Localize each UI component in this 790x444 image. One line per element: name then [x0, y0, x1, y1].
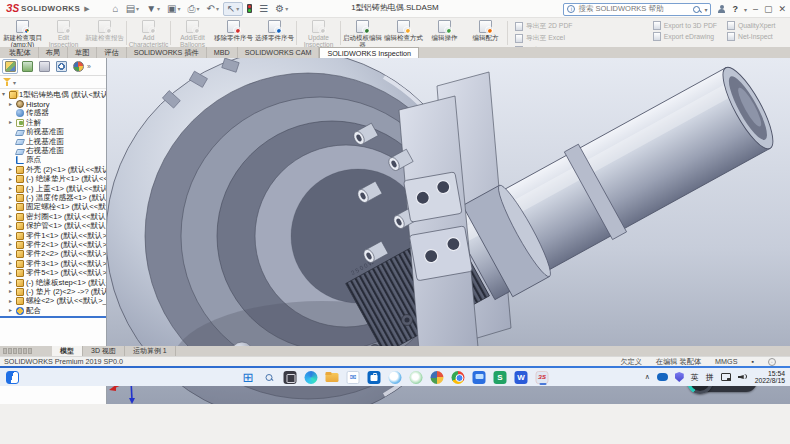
- ime-mode-indicator[interactable]: 拼: [706, 372, 714, 383]
- expand-caret-icon[interactable]: ▸: [9, 165, 16, 174]
- ribbon-button-template-editor[interactable]: 启动模板编辑器: [342, 19, 383, 47]
- expand-caret-icon[interactable]: ▾: [2, 90, 9, 99]
- expand-caret-icon[interactable]: ▸: [9, 175, 16, 184]
- search-caret-icon[interactable]: ▾: [704, 6, 707, 13]
- ribbon-tab-8[interactable]: SOLIDWORKS Inspection: [319, 47, 419, 58]
- solidworks-logo[interactable]: ЗS SOLIDWORKS ▶: [0, 0, 96, 17]
- expand-caret-icon[interactable]: ▸: [9, 118, 16, 127]
- app-circle-green-taskbar-icon[interactable]: [410, 371, 423, 384]
- tree-item[interactable]: ▸零件1<1> (默认<<默认>_显示状: [0, 231, 106, 240]
- ribbon-tab-3[interactable]: 草图: [68, 47, 97, 58]
- tree-filter[interactable]: ▾: [0, 76, 106, 89]
- ribbon-tab-5[interactable]: SOLIDWORKS 插件: [127, 47, 207, 58]
- file-explorer-taskbar-icon[interactable]: [326, 371, 339, 384]
- tray-overflow-chevron-icon[interactable]: ∧: [645, 373, 650, 381]
- tree-item[interactable]: ▸(-) 上盖<1> (默认<<默认>_显示状: [0, 184, 106, 193]
- search-icon[interactable]: [692, 5, 701, 14]
- select-button[interactable]: ↖▾: [223, 2, 243, 16]
- propertymanager-tab[interactable]: [19, 59, 35, 74]
- ribbon-button-edit-method[interactable]: 编辑检查方式: [383, 19, 424, 47]
- save-button[interactable]: ▣▾: [164, 2, 183, 16]
- search-taskbar-icon[interactable]: [263, 371, 276, 384]
- tree-item[interactable]: ▸注解: [0, 118, 106, 127]
- bottom-tab-2[interactable]: 3D 视图: [83, 346, 125, 356]
- tree-item[interactable]: ▸(-) 绝缘垫片<1> (默认<<默认>_显示: [0, 175, 106, 184]
- ribbon-button-edit-operation[interactable]: 编辑操作: [424, 19, 465, 47]
- app-s-green-taskbar-icon[interactable]: S: [494, 371, 507, 384]
- restore-button[interactable]: ▢: [764, 5, 773, 14]
- tree-item[interactable]: ▸(-) 垫片 (2)<2> ->? (默认<<默认: [0, 287, 106, 296]
- select-caret-icon[interactable]: ▾: [236, 4, 239, 14]
- ribbon-button-remove-balloon[interactable]: 移除零件序号: [213, 19, 254, 47]
- task-view-taskbar-icon[interactable]: [284, 371, 297, 384]
- tree-item[interactable]: ▸保护管<1> (默认<<默认>_显示状: [0, 221, 106, 230]
- tree-item[interactable]: 原点: [0, 156, 106, 165]
- ime-language-indicator[interactable]: 英: [691, 372, 699, 383]
- expand-caret-icon[interactable]: ▸: [9, 287, 16, 296]
- expand-caret-icon[interactable]: ▸: [9, 269, 16, 278]
- widgets-button[interactable]: [6, 371, 19, 384]
- tree-item[interactable]: 传感器: [0, 109, 106, 118]
- help-search-box[interactable]: i 搜索 SOLIDWORKS 帮助 ▾: [563, 3, 711, 16]
- clock[interactable]: 15:54 2022/8/15: [755, 370, 785, 385]
- tree-item[interactable]: ▸螺栓<2> (默认<<默认>_显示状态: [0, 297, 106, 306]
- filter-caret-icon[interactable]: ▾: [13, 79, 16, 86]
- ribbon-button-edit-recipe[interactable]: 编辑配方: [465, 19, 506, 47]
- tree-item[interactable]: ▸零件2<1> (默认<<默认>_显示状: [0, 240, 106, 249]
- print-caret-icon[interactable]: ▾: [197, 4, 200, 14]
- undo-button[interactable]: ↶▾: [204, 2, 222, 16]
- expand-caret-icon[interactable]: ▸: [9, 184, 16, 193]
- ribbon-tab-1[interactable]: 装配体: [2, 47, 39, 58]
- onedrive-icon[interactable]: [657, 373, 668, 381]
- dimxpertmanager-tab[interactable]: [53, 59, 69, 74]
- new-document-caret-icon[interactable]: ▾: [136, 4, 139, 14]
- displaymanager-tab[interactable]: [70, 59, 86, 74]
- expand-caret-icon[interactable]: ▸: [9, 212, 16, 221]
- tree-item[interactable]: ▸(-) 温度传感器<1> (默认<<默认>_: [0, 193, 106, 202]
- tree-item[interactable]: 前视基准面: [0, 128, 106, 137]
- bottom-tab-3[interactable]: 运动算例 1: [125, 346, 176, 356]
- expand-caret-icon[interactable]: ▸: [9, 297, 16, 306]
- app-monitor-taskbar-icon[interactable]: [473, 371, 486, 384]
- open-button[interactable]: ▼▾: [143, 2, 163, 16]
- ribbon-tab-4[interactable]: 评估: [97, 47, 126, 58]
- tree-item[interactable]: 上视基准面: [0, 137, 106, 146]
- expand-caret-icon[interactable]: ▸: [9, 306, 16, 315]
- tree-item[interactable]: ▸外壳 (2)<1> (默认<<默认>_显示状: [0, 165, 106, 174]
- undo-caret-icon[interactable]: ▾: [216, 4, 219, 14]
- file-properties-button[interactable]: ☰: [256, 2, 271, 16]
- bottom-tab-1[interactable]: 模型: [52, 346, 83, 356]
- wps-taskbar-icon[interactable]: W: [515, 371, 528, 384]
- close-button[interactable]: ✕: [778, 5, 786, 14]
- tree-item[interactable]: ▸密封圈<1> (默认<<默认>_显示状: [0, 212, 106, 221]
- solidworks-taskbar-icon[interactable]: ЗS: [536, 371, 549, 384]
- help-caret-icon[interactable]: ▾: [744, 6, 747, 13]
- ribbon-button-new-project[interactable]: 新建检查项目 (amp;N): [2, 19, 43, 47]
- ribbon-button-select-balloon[interactable]: 选择零件序号: [254, 19, 295, 47]
- status-customize-icon[interactable]: ◦: [768, 358, 776, 366]
- mail-taskbar-icon[interactable]: ✉: [347, 371, 360, 384]
- expand-caret-icon[interactable]: ▸: [9, 278, 16, 287]
- tree-item[interactable]: ▸(-) 绝缘板step<1> (默认<<默认>: [0, 278, 106, 287]
- home-button[interactable]: ⌂: [110, 2, 122, 16]
- ribbon-tab-6[interactable]: MBD: [207, 47, 238, 58]
- configurationmanager-tab[interactable]: [36, 59, 52, 74]
- chrome-taskbar-icon[interactable]: [452, 371, 465, 384]
- expand-caret-icon[interactable]: ▸: [9, 259, 16, 268]
- expand-caret-icon[interactable]: ▸: [9, 222, 16, 231]
- cast-screen-icon[interactable]: [721, 373, 731, 381]
- app-pinwheel-taskbar-icon[interactable]: [431, 371, 444, 384]
- options-button[interactable]: ⚙▾: [272, 2, 291, 16]
- help-button[interactable]: ?: [732, 4, 738, 14]
- ribbon-tab-7[interactable]: SOLIDWORKS CAM: [238, 47, 320, 58]
- expand-caret-icon[interactable]: ▸: [9, 193, 16, 202]
- minimize-button[interactable]: –: [753, 5, 758, 14]
- ribbon-tab-2[interactable]: 布局: [39, 47, 68, 58]
- edge-taskbar-icon[interactable]: [305, 371, 318, 384]
- print-button[interactable]: ⎙▾: [185, 2, 203, 16]
- panel-tabs-overflow[interactable]: »: [87, 63, 91, 70]
- save-caret-icon[interactable]: ▾: [178, 4, 181, 14]
- tree-root-item[interactable]: ▾1型铝铸热电偶 (默认<默认_显示状态-1: [0, 90, 106, 99]
- microsoft-store-taskbar-icon[interactable]: [368, 371, 381, 384]
- expand-caret-icon[interactable]: ▸: [9, 203, 16, 212]
